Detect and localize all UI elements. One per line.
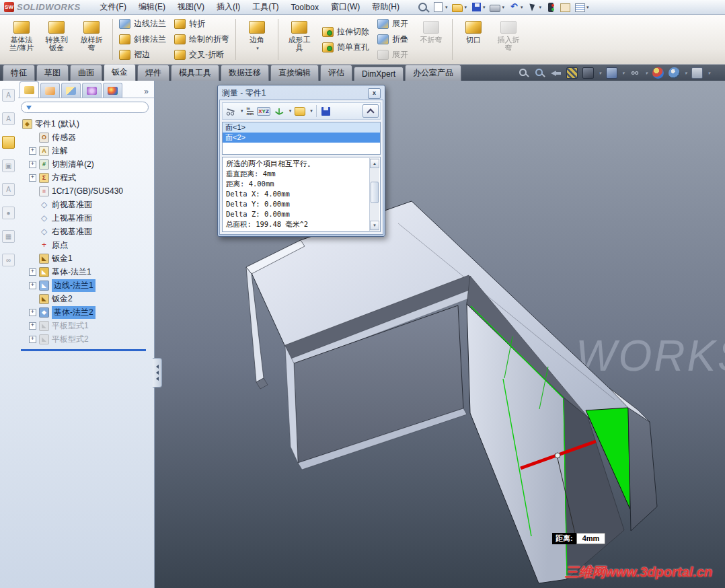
menu-item-7[interactable]: 窗口(W) bbox=[325, 0, 366, 14]
new-document-icon[interactable]: ▾ bbox=[431, 1, 449, 13]
close-icon[interactable]: x bbox=[368, 88, 381, 99]
select-icon[interactable]: ▾ bbox=[527, 1, 543, 13]
xyz-icon[interactable]: XYZ bbox=[257, 107, 270, 116]
options-icon[interactable]: ▾ bbox=[574, 1, 590, 13]
save-results-icon[interactable] bbox=[320, 106, 332, 117]
view-settings-icon[interactable] bbox=[691, 67, 703, 79]
view-settings-icon-dropdown-icon[interactable]: ▾ bbox=[708, 71, 710, 76]
dimxpert-manager-tab[interactable] bbox=[82, 83, 102, 98]
units-icon[interactable]: inmm bbox=[245, 105, 256, 118]
tree-item-origin[interactable]: +原点 bbox=[18, 238, 154, 252]
search-icon[interactable] bbox=[416, 1, 429, 13]
tree-filter-input[interactable] bbox=[21, 102, 149, 113]
menu-item-2[interactable]: 编辑(E) bbox=[132, 0, 171, 14]
tree-item-front-plane[interactable]: ◇前视基准面 bbox=[18, 198, 154, 211]
display-style-icon[interactable] bbox=[606, 67, 617, 79]
tab-草图[interactable]: 草图 bbox=[36, 65, 69, 81]
tree-item-top-plane[interactable]: ◇上视基准面 bbox=[18, 211, 154, 225]
view-orientation-icon[interactable] bbox=[582, 67, 594, 79]
lock-icon[interactable]: ● bbox=[2, 207, 15, 219]
print-icon[interactable]: ▾ bbox=[488, 1, 506, 13]
hem-button[interactable]: 褶边 bbox=[116, 48, 169, 63]
lofted-bend-button[interactable]: 放样折弯 bbox=[74, 16, 109, 52]
zoom-fit-icon[interactable] bbox=[518, 67, 529, 79]
dropdown-arrow-icon[interactable]: ▾ bbox=[586, 5, 589, 10]
edit-appearance-icon[interactable] bbox=[652, 67, 664, 79]
coordinate-system-icon[interactable] bbox=[272, 104, 286, 118]
featuremanager-tree-tab[interactable] bbox=[20, 81, 39, 98]
balloon-note-icon[interactable]: A bbox=[2, 112, 15, 125]
display-style-icon-dropdown-icon[interactable]: ▾ bbox=[622, 71, 625, 76]
tree-item-equations[interactable]: +Σ方程式 bbox=[18, 171, 154, 184]
apply-scene-icon[interactable] bbox=[669, 67, 680, 79]
cross-break-button[interactable]: 交叉-折断 bbox=[171, 48, 232, 63]
section-view-icon[interactable] bbox=[566, 67, 578, 79]
tree-item-material[interactable]: ≡1Cr17(GB)/SUS430 bbox=[18, 184, 154, 198]
dialog-title-bar[interactable]: 测量 - 零件1 x bbox=[219, 87, 383, 100]
tab-数据迁移[interactable]: 数据迁移 bbox=[221, 65, 269, 81]
tab-钣金[interactable]: 钣金 bbox=[104, 64, 136, 81]
expand-toggle-icon[interactable]: + bbox=[29, 322, 36, 330]
apply-scene-icon-dropdown-icon[interactable]: ▾ bbox=[685, 71, 687, 76]
dropdown-arrow-icon[interactable]: ▾ bbox=[464, 5, 467, 10]
expand-toggle-icon[interactable]: + bbox=[29, 174, 36, 182]
expand-toggle-icon[interactable]: + bbox=[29, 282, 36, 289]
dropdown-arrow-icon[interactable]: ▾ bbox=[521, 5, 523, 10]
hyperlink-icon[interactable]: ∞ bbox=[2, 254, 15, 266]
tree-item-base-flange-2[interactable]: +◆基体-法兰2 bbox=[18, 305, 154, 319]
hide-show-items-icon-dropdown-icon[interactable]: ▾ bbox=[645, 71, 648, 76]
expand-toggle-icon[interactable]: + bbox=[29, 268, 36, 276]
tree-item-annotations[interactable]: +A注解 bbox=[18, 144, 154, 157]
tab-直接编辑[interactable]: 直接编辑 bbox=[270, 65, 319, 81]
weld-note-icon[interactable]: A bbox=[2, 183, 15, 196]
picture-icon[interactable]: ▦ bbox=[2, 230, 15, 243]
note-icon[interactable]: A bbox=[2, 89, 15, 102]
expand-toggle-icon[interactable]: + bbox=[29, 309, 36, 316]
menu-item-6[interactable]: Toolbox bbox=[285, 1, 325, 13]
menu-item-5[interactable]: 工具(T) bbox=[246, 0, 284, 14]
base-flange-button[interactable]: 基体法兰/薄片 bbox=[4, 16, 39, 52]
open-icon[interactable]: ▾ bbox=[451, 1, 468, 13]
fold-button[interactable]: 折叠 bbox=[375, 32, 411, 47]
collapse-dialog-icon[interactable] bbox=[362, 104, 379, 118]
tab-模具工具[interactable]: 模具工具 bbox=[171, 65, 219, 81]
tab-办公室产品[interactable]: 办公室产品 bbox=[405, 65, 461, 81]
rip-button[interactable]: 切口 bbox=[456, 16, 491, 44]
tree-item-sheetmetal-1[interactable]: ◣钣金1 bbox=[18, 252, 154, 265]
expand-toggle-icon[interactable]: + bbox=[29, 336, 36, 343]
measure-history-icon[interactable] bbox=[293, 106, 307, 117]
tab-评估[interactable]: 评估 bbox=[320, 65, 352, 81]
miter-flange-button[interactable]: 斜接法兰 bbox=[116, 32, 169, 47]
measure-history-icon-dropdown-icon[interactable]: ▾ bbox=[310, 108, 313, 114]
panel-overflow-chevron[interactable]: » bbox=[144, 87, 151, 98]
tab-特征[interactable]: 特征 bbox=[3, 65, 35, 81]
tree-item-sensors[interactable]: O传感器 bbox=[18, 131, 154, 144]
configuration-manager-tab[interactable] bbox=[61, 83, 81, 98]
extruded-cut-button[interactable]: 拉伸切除 bbox=[319, 24, 372, 39]
selection-item-1[interactable]: 面<1> bbox=[223, 122, 380, 133]
view-orientation-icon-dropdown-icon[interactable]: ▾ bbox=[599, 71, 601, 76]
tree-item-base-flange-1[interactable]: +◣基体-法兰1 bbox=[18, 265, 154, 279]
tab-DimXpert[interactable]: DimXpert bbox=[354, 67, 404, 81]
menu-item-3[interactable]: 视图(V) bbox=[171, 0, 211, 14]
convert-to-sheetmetal-button[interactable]: 转换到钣金 bbox=[39, 16, 74, 52]
tree-item-sheetmetal-2[interactable]: ◣钣金2 bbox=[18, 292, 154, 305]
menu-item-1[interactable]: 文件(F) bbox=[94, 0, 132, 14]
dropdown-arrow-icon[interactable]: ▾ bbox=[483, 5, 486, 10]
corners-button-dropdown-icon[interactable]: ▾ bbox=[256, 46, 259, 51]
arc-measure-icon-dropdown-icon[interactable]: ▾ bbox=[241, 108, 243, 114]
selection-item-2[interactable]: 面<2> bbox=[223, 133, 380, 143]
menu-item-8[interactable]: 帮助(H) bbox=[366, 0, 406, 14]
results-scrollbar[interactable]: ▲ ▼ bbox=[369, 158, 379, 231]
forming-tool-button[interactable]: 成形工具 bbox=[282, 16, 317, 52]
stamp-icon[interactable]: ▣ bbox=[2, 159, 15, 172]
expand-toggle-icon[interactable]: + bbox=[29, 147, 36, 155]
tree-item-flat-pattern-2[interactable]: +◣平板型式2 bbox=[18, 332, 154, 346]
unfold-button[interactable]: 展开 bbox=[375, 17, 411, 32]
tree-item-flat-pattern-1[interactable]: +◣平板型式1 bbox=[18, 319, 154, 332]
scroll-up-icon[interactable]: ▲ bbox=[370, 159, 379, 168]
tab-曲面[interactable]: 曲面 bbox=[70, 65, 102, 81]
panel-splitter[interactable] bbox=[153, 358, 162, 388]
display-manager-tab[interactable] bbox=[103, 83, 122, 98]
hide-show-items-icon[interactable]: oo bbox=[629, 67, 640, 79]
